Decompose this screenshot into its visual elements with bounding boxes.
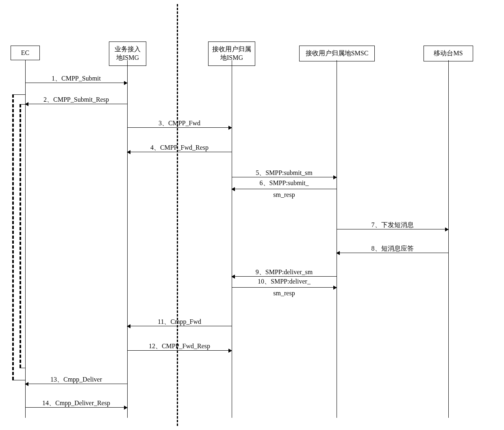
- m6row: [232, 189, 337, 189]
- msg-1: 1、CMPP_Submit: [25, 73, 127, 83]
- msg-2: 2、CMPP_Submit_Resp: [25, 94, 127, 104]
- sequence-diagram: EC 业务接入 地ISMG 接收用户归属 地ISMG 接收用户归属地SMSC 移…: [0, 0, 504, 430]
- m10row: [232, 287, 337, 288]
- arrow-left-icon: [127, 324, 130, 328]
- lifeline-home-ismg: [232, 60, 232, 418]
- m10label2: sm_resp: [232, 290, 337, 297]
- msg-9: 9、SMPP:deliver_sm: [232, 267, 337, 277]
- actor-ec: EC: [11, 46, 40, 60]
- m6label2: sm_resp: [232, 191, 337, 199]
- return-h-bot-inner: [20, 368, 25, 368]
- m6label: 6、SMPP:submit_: [232, 179, 337, 187]
- lifeline-ec: [25, 60, 26, 418]
- msg-14: 14、Cmpp_Deliver_Resp: [25, 398, 127, 408]
- msg-13: 13、Cmpp_Deliver: [25, 374, 127, 384]
- msg-5: 5、SMPP:submit_sm: [232, 168, 337, 177]
- msg-7: 7、下发短消息: [337, 220, 448, 229]
- arrow-left-icon: [25, 382, 28, 386]
- msg-11: 11、Cmpp_Fwd: [127, 316, 232, 326]
- arrow-left-icon: [231, 187, 235, 191]
- return-dash-outer: [12, 94, 14, 380]
- arrow-right-icon: [445, 227, 449, 231]
- actor-ms: 移动台MS: [424, 46, 473, 61]
- arrow-left-icon: [127, 150, 130, 154]
- arrow-right-icon: [228, 126, 232, 130]
- arrow-right-icon: [124, 81, 128, 85]
- arrow-left-icon: [336, 251, 340, 255]
- arrow-left-icon: [25, 102, 28, 106]
- arrow-right-icon: [333, 286, 337, 290]
- msg-8: 8、短消息应答: [337, 243, 448, 253]
- region-divider: [177, 4, 178, 426]
- lifeline-local-ismg: [127, 60, 128, 418]
- lifeline-ms: [448, 60, 449, 418]
- lifeline-smsc: [337, 60, 337, 418]
- return-h-top-outer: [12, 94, 25, 95]
- actor-smsc: 接收用户归属地SMSC: [299, 46, 375, 61]
- arrow-right-icon: [124, 406, 128, 410]
- actor-ec-label: EC: [21, 49, 29, 57]
- msg-4: 4、CMPP_Fwd_Resp: [127, 142, 232, 152]
- m10label1: 10、SMPP:deliver_: [232, 277, 337, 286]
- return-h-bot-outer: [12, 380, 25, 380]
- actor-local-ismg: 业务接入 地ISMG: [109, 41, 146, 66]
- arrow-right-icon: [228, 349, 232, 353]
- return-h-top-inner: [20, 104, 25, 105]
- return-dash-inner: [20, 104, 21, 368]
- msg-12: 12、CMPP_Fwd_Resp: [127, 341, 232, 351]
- msg-3: 3、CMPP_Fwd: [127, 118, 232, 128]
